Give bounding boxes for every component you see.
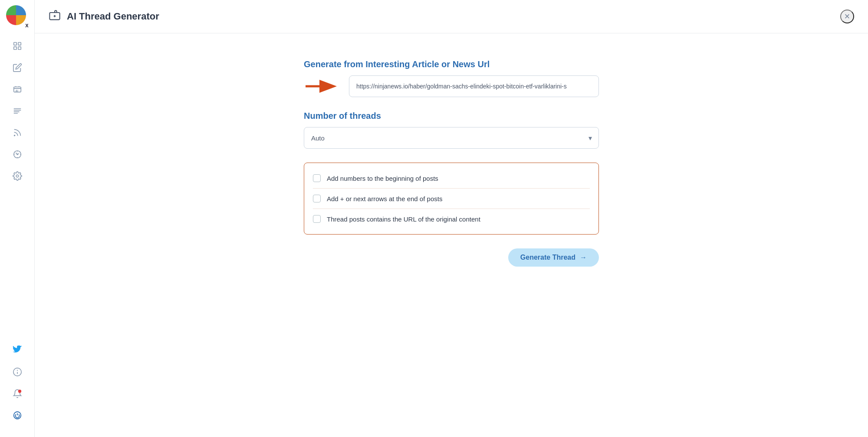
sidebar-item-dashboard[interactable] — [8, 36, 27, 55]
checkbox-arrows[interactable] — [313, 195, 321, 202]
sidebar-nav: AI — [8, 36, 27, 341]
header: AI Thread Generator × — [35, 0, 868, 33]
svg-rect-1 — [18, 42, 20, 45]
url-section-title: Generate from Interesting Article or New… — [304, 59, 599, 69]
option-label-arrows: Add + or next arrows at the end of posts — [327, 195, 442, 202]
option-row-url: Thread posts contains the URL of the ori… — [313, 209, 590, 229]
checkbox-url[interactable] — [313, 215, 321, 223]
sidebar-item-compose[interactable] — [8, 58, 27, 77]
checkbox-numbers[interactable] — [313, 174, 321, 182]
sidebar-item-analytics[interactable] — [8, 145, 27, 164]
option-row-arrows: Add + or next arrows at the end of posts — [313, 189, 590, 209]
sidebar-item-content[interactable] — [8, 101, 27, 121]
sidebar-item-bell[interactable] — [8, 384, 27, 403]
threads-select[interactable]: Auto12345678910 — [304, 127, 599, 149]
svg-rect-0 — [13, 42, 16, 45]
form-area: Generate from Interesting Article or New… — [35, 33, 868, 437]
svg-point-12 — [18, 390, 21, 393]
generate-btn-label: Generate Thread — [520, 254, 575, 261]
threads-section: Number of threads Auto12345678910 ▾ — [304, 111, 599, 149]
generate-thread-button[interactable]: Generate Thread → — [508, 248, 599, 267]
svg-point-9 — [16, 175, 19, 177]
svg-text:AI: AI — [15, 89, 18, 92]
svg-point-6 — [14, 135, 15, 136]
sidebar-bottom — [8, 341, 27, 432]
logo-x-label: X — [24, 23, 29, 29]
header-icon — [49, 10, 61, 23]
sidebar-item-rss[interactable] — [8, 123, 27, 142]
sidebar-item-info[interactable] — [8, 362, 27, 382]
main-content: AI Thread Generator × Generate from Inte… — [35, 0, 868, 437]
svg-rect-2 — [13, 47, 16, 49]
url-section: Generate from Interesting Article or New… — [304, 59, 599, 97]
sidebar-item-ai[interactable]: AI — [8, 80, 27, 99]
page-title: AI Thread Generator — [67, 11, 159, 22]
options-box: Add numbers to the beginning of posts Ad… — [304, 163, 599, 235]
threads-select-wrapper: Auto12345678910 ▾ — [304, 127, 599, 149]
generate-btn-arrow: → — [580, 254, 587, 261]
form-inner: Generate from Interesting Article or New… — [304, 59, 599, 267]
logo[interactable]: X — [6, 5, 29, 28]
sidebar-item-power[interactable] — [8, 406, 27, 425]
option-label-url: Thread posts contains the URL of the ori… — [327, 215, 480, 223]
svg-rect-3 — [18, 47, 20, 49]
threads-section-title: Number of threads — [304, 111, 599, 121]
close-button[interactable]: × — [840, 10, 854, 23]
sidebar-item-settings[interactable] — [8, 166, 27, 186]
option-row-numbers: Add numbers to the beginning of posts — [313, 168, 590, 189]
arrow-indicator — [304, 78, 339, 94]
svg-point-8 — [16, 153, 18, 155]
sidebar: X AI — [0, 0, 35, 437]
url-row — [304, 75, 599, 97]
generate-row: Generate Thread → — [304, 248, 599, 267]
option-label-numbers: Add numbers to the beginning of posts — [327, 175, 438, 182]
sidebar-item-twitter[interactable] — [8, 341, 27, 360]
url-input[interactable] — [349, 75, 599, 97]
